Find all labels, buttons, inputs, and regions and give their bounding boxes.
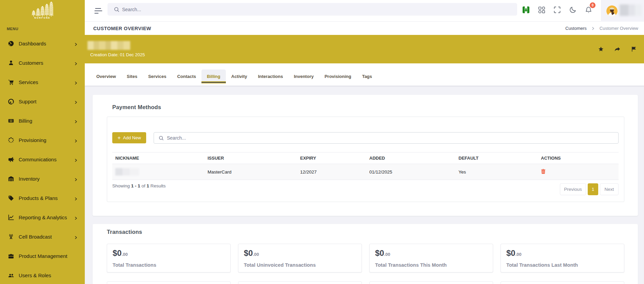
svg-text:NORFONE: NORFONE: [34, 17, 51, 19]
